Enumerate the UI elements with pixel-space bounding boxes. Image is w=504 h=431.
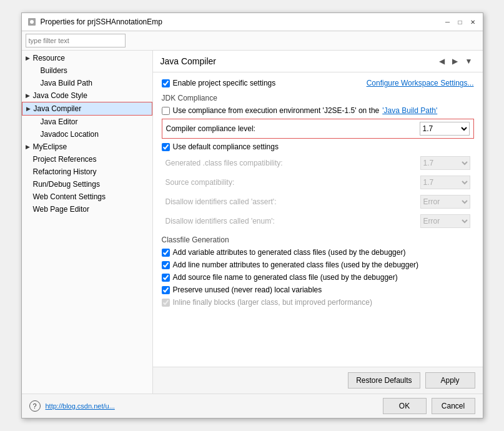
title-controls: ─ □ ✕ — [443, 17, 478, 27]
compiler-level-label: Compiler compliance level: — [166, 124, 420, 133]
classfile-checkbox-4 — [162, 299, 170, 307]
help-icon[interactable]: ? — [29, 400, 41, 412]
title-bar-left: Properties for prjSSHAnnotationEmp — [27, 17, 162, 27]
sidebar-item-refactoring-history[interactable]: Refactoring History — [22, 166, 152, 178]
arrow-icon: ▶ — [26, 55, 32, 61]
nav-menu-button[interactable]: ▼ — [463, 56, 475, 67]
sidebar-label-myeclipse: MyEclipse — [33, 142, 67, 151]
panel-body: Enable project specific settings Configu… — [153, 72, 483, 367]
sidebar-item-web-page-editor[interactable]: Web Page Editor — [22, 203, 152, 216]
default-compliance-label: Use default compliance settings — [173, 142, 279, 151]
bottom-bar: ? http://blog.csdn.net/u... OK Cancel — [22, 394, 483, 418]
use-compliance-checkbox[interactable] — [162, 107, 170, 115]
arrow-placeholder6 — [26, 169, 32, 175]
field-label-enum: Disallow identifiers called 'enum': — [166, 217, 420, 225]
use-compliance-row: Use compliance from execution environmen… — [162, 106, 474, 115]
bottom-buttons: OK Cancel — [383, 398, 475, 414]
sidebar-item-java-code-style[interactable]: ▶ Java Code Style — [22, 89, 152, 102]
default-compliance-checkbox[interactable] — [162, 143, 170, 151]
classfile-checkbox-0[interactable] — [162, 249, 170, 257]
sidebar-item-run-debug-settings[interactable]: Run/Debug Settings — [22, 178, 152, 191]
arrow-placeholder5 — [26, 156, 32, 162]
sidebar-label-run-debug-settings: Run/Debug Settings — [33, 180, 100, 189]
sidebar-label-web-content-settings: Web Content Settings — [33, 192, 106, 201]
arrow-icon3: ▶ — [26, 106, 32, 112]
sidebar-item-project-references[interactable]: Project References — [22, 153, 152, 166]
field-select-class-compat: 1.7 — [420, 156, 470, 170]
classfile-cb-row-2: Add source file name to generated class … — [162, 273, 474, 282]
enable-specific-label: Enable project specific settings — [173, 79, 276, 87]
restore-defaults-button[interactable]: Restore Defaults — [348, 372, 420, 389]
sidebar-item-builders[interactable]: Builders — [22, 64, 152, 77]
sidebar-label-refactoring-history: Refactoring History — [33, 167, 97, 176]
sidebar: ▶ Resource Builders Java Build Path ▶ Ja… — [22, 51, 153, 394]
classfile-title: Classfile Generation — [162, 235, 474, 244]
filter-input[interactable] — [26, 34, 126, 47]
title-bar: Properties for prjSSHAnnotationEmp ─ □ ✕ — [22, 13, 483, 31]
arrow-placeholder9 — [26, 206, 32, 212]
panel-footer: Restore Defaults Apply — [153, 367, 483, 394]
window-icon — [27, 17, 37, 27]
classfile-cb-row-1: Add line number attributes to generated … — [162, 260, 474, 269]
classfile-checkbox-1[interactable] — [162, 261, 170, 269]
apply-button[interactable]: Apply — [425, 372, 475, 389]
nav-back-button[interactable]: ◀ — [437, 56, 447, 67]
classfile-cb-row-0: Add variable attributes to generated cla… — [162, 248, 474, 257]
arrow-placeholder7 — [26, 181, 32, 187]
sidebar-label-resource: Resource — [33, 54, 65, 62]
arrow-placeholder8 — [26, 194, 32, 200]
arrow-icon2: ▶ — [26, 92, 32, 99]
jdk-compliance-title: JDK Compliance — [162, 94, 474, 102]
sidebar-label-java-code-style: Java Code Style — [33, 91, 87, 100]
field-select-assert: Error — [420, 195, 470, 209]
arrow-icon4: ▶ — [26, 144, 32, 150]
default-compliance-row: Use default compliance settings — [162, 142, 474, 151]
sidebar-item-resource[interactable]: ▶ Resource — [22, 52, 152, 64]
field-row-source-compat: Source compatibility: 1.7 — [162, 174, 474, 191]
sidebar-item-java-editor[interactable]: Java Editor — [22, 116, 152, 128]
field-label-source-compat: Source compatibility: — [166, 178, 420, 187]
classfile-checkbox-3[interactable] — [162, 286, 170, 294]
sidebar-item-javadoc-location[interactable]: Javadoc Location — [22, 128, 152, 141]
sidebar-label-java-build-path: Java Build Path — [41, 79, 92, 87]
configure-workspace-link[interactable]: Configure Workspace Settings... — [367, 79, 474, 87]
bottom-bar-link[interactable]: http://blog.csdn.net/u... — [46, 402, 115, 410]
minimize-button[interactable]: ─ — [443, 17, 453, 27]
sidebar-label-java-editor: Java Editor — [41, 117, 78, 126]
classfile-checkbox-2[interactable] — [162, 274, 170, 282]
sidebar-label-java-compiler: Java Compiler — [34, 104, 82, 113]
right-panel: Java Compiler ◀ ▶ ▼ Enable project speci… — [153, 51, 483, 394]
bottom-bar-left: ? http://blog.csdn.net/u... — [29, 400, 115, 412]
enable-specific-checkbox[interactable] — [162, 79, 170, 87]
sidebar-label-javadoc-location: Javadoc Location — [41, 130, 99, 139]
filter-bar — [22, 31, 483, 51]
classfile-label-1: Add line number attributes to generated … — [173, 260, 419, 269]
ok-button[interactable]: OK — [383, 398, 427, 414]
close-button[interactable]: ✕ — [468, 17, 478, 27]
field-row-class-compat: Generated .class files compatibility: 1.… — [162, 155, 474, 171]
nav-forward-button[interactable]: ▶ — [450, 56, 460, 67]
field-row-enum: Disallow identifiers called 'enum': Erro… — [162, 213, 474, 229]
maximize-button[interactable]: □ — [455, 17, 465, 27]
classfile-generation-section: Classfile Generation Add variable attrib… — [162, 235, 474, 307]
properties-window: Properties for prjSSHAnnotationEmp ─ □ ✕… — [21, 12, 483, 419]
panel-nav: ◀ ▶ ▼ — [437, 56, 475, 67]
sidebar-item-web-content-settings[interactable]: Web Content Settings — [22, 191, 152, 203]
sidebar-item-myeclipse[interactable]: ▶ MyEclipse — [22, 141, 152, 153]
sidebar-label-web-page-editor: Web Page Editor — [33, 205, 90, 214]
java-build-path-link[interactable]: 'Java Build Path' — [382, 106, 437, 115]
classfile-label-2: Add source file name to generated class … — [173, 273, 398, 282]
field-select-enum: Error — [420, 214, 470, 228]
compiler-level-select[interactable]: 1.5 1.6 1.7 1.8 — [420, 122, 470, 136]
enable-specific-settings-row: Enable project specific settings Configu… — [162, 79, 474, 87]
sidebar-item-java-compiler[interactable]: ▶ Java Compiler — [22, 102, 152, 116]
cancel-button[interactable]: Cancel — [432, 398, 475, 414]
jdk-compliance-section: JDK Compliance Use compliance from execu… — [162, 94, 474, 229]
arrow-placeholder2 — [26, 80, 32, 86]
panel-title: Java Compiler — [161, 56, 216, 66]
field-label-class-compat: Generated .class files compatibility: — [166, 159, 420, 167]
classfile-label-4: Inline finally blocks (larger class, but… — [173, 298, 372, 307]
classfile-label-3: Preserve unused (never read) local varia… — [173, 285, 322, 294]
sidebar-item-java-build-path[interactable]: Java Build Path — [22, 77, 152, 89]
classfile-cb-row-3: Preserve unused (never read) local varia… — [162, 285, 474, 294]
